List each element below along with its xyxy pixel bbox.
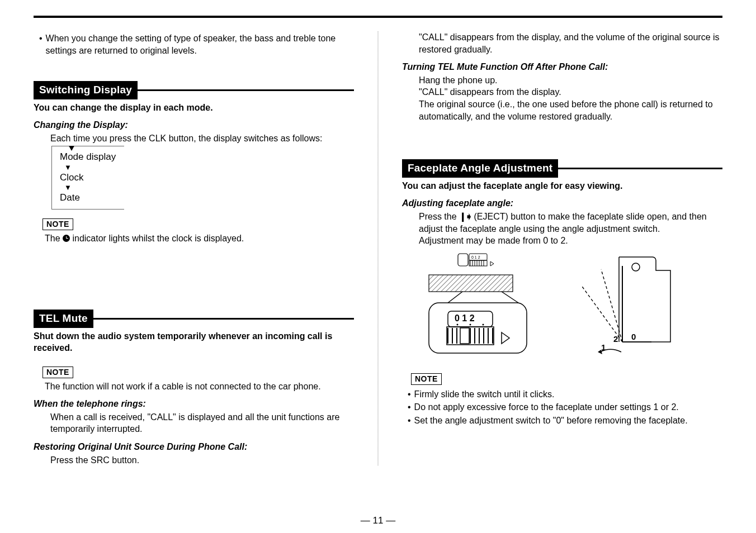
header-rule [558,168,722,169]
adjusting-sub: Adjusting faceplate angle: [402,197,722,210]
flow-mode: Mode display [60,151,124,164]
tel-restore-body: Press the SRC button. [50,454,354,467]
faceplate-diagrams: 0 1 2 [419,253,722,359]
faceplate-lead: You can adjust the faceplate angle for e… [402,180,722,192]
tel-mute-header: TEL Mute [34,310,354,328]
speaker-note-bullet: • When you change the setting of type of… [34,32,354,56]
switching-display-header: Switching Display [34,81,354,99]
switch-diagram: 0 1 2 [419,253,536,359]
column-divider [377,31,379,466]
svg-point-19 [470,323,471,325]
clock-icon [63,235,70,242]
bullet-icon: • [408,401,411,413]
svg-point-18 [457,323,459,325]
top-rule [34,16,722,18]
tel-ring-sub: When the telephone rings: [34,398,354,410]
turnoff-body2: "CALL" disappears from the display. [419,86,722,98]
svg-rect-33 [460,328,469,344]
columns: • When you change the setting of type of… [34,31,722,466]
svg-point-20 [483,323,484,325]
faceplate-note-3: • Set the angle adjustment switch to "0"… [402,415,722,427]
flow-clock: Clock [60,172,124,184]
bullet-icon: • [39,32,42,56]
tel-note-body: The function will not work if a cable is… [45,380,354,393]
svg-rect-15 [429,303,527,353]
svg-line-13 [448,292,462,303]
note-text: Set the angle adjustment switch to "0" b… [414,415,688,427]
turnoff-body1: Hang the phone up. [419,74,722,87]
faceplate-note-2: • Do not apply excessive force to the fa… [402,401,722,413]
faceplate-title: Faceplate Angle Adjustment [402,159,558,178]
svg-text:0: 0 [631,332,636,341]
faceplate-header: Faceplate Angle Adjustment [402,159,722,178]
svg-text:0  1  2: 0 1 2 [455,313,475,323]
svg-text:0 1 2: 0 1 2 [471,255,480,259]
tilt-diagram: 0 2 1 [570,253,676,359]
note-label: NOTE [42,218,73,230]
page: • When you change the setting of type of… [0,0,756,533]
note-label: NOTE [411,373,442,385]
adjusting-body-2: Adjustment may be made from 0 to 2. [419,235,722,247]
svg-text:2: 2 [613,334,618,344]
note-text-a: The [45,234,63,243]
switching-display-title: Switching Display [34,81,138,99]
note-text: Do not apply excessive force to the face… [414,401,679,413]
changing-display-sub: Changing the Display: [34,119,354,131]
tel-lead: Shut down the audio system temporarily w… [34,330,354,354]
flow-date: Date [60,192,124,204]
continuation-text: "CALL" disappears from the display, and … [419,31,722,55]
turnoff-body3: The original source (i.e., the one used … [419,98,722,122]
right-column: "CALL" disappears from the display, and … [402,31,722,466]
bullet-icon: • [408,388,411,401]
page-number: — 11 — [0,515,756,527]
tel-restore-sub: Restoring Original Unit Source During Ph… [34,441,354,453]
header-rule [138,89,354,91]
header-rule [93,318,354,320]
tel-mute-title: TEL Mute [34,310,93,328]
svg-rect-0 [458,254,468,266]
svg-rect-10 [469,260,487,266]
eject-icon: ❙➧ [459,212,471,221]
adj-body-a: Press the [419,212,459,221]
changing-display-body: Each time you press the CLK button, the … [50,132,354,145]
note-text: Firmly slide the switch until it clicks. [414,388,555,401]
svg-line-14 [502,292,518,303]
bullet-icon: • [408,415,411,427]
arrow-down-icon: ▼ [64,185,124,191]
svg-point-34 [632,263,640,271]
clock-indicator-note: The indicator lights whilst the clock is… [45,232,354,245]
adjusting-body: Press the ❙➧ (EJECT) button to make the … [419,211,722,235]
left-column: • When you change the setting of type of… [34,31,354,466]
faceplate-note-1: • Firmly slide the switch until it click… [402,388,722,401]
display-flow-diagram: Mode display ▼ Clock ▼ Date [51,146,124,210]
tel-ring-body: When a call is received, "CALL" is displ… [50,411,354,435]
note-text-b: indicator lights whilst the clock is dis… [70,234,244,243]
speaker-note-text: When you change the setting of type of s… [46,32,354,56]
svg-rect-12 [429,275,513,292]
turnoff-sub: Turning TEL Mute Function Off After Phon… [402,61,722,73]
switching-lead: You can change the display in each mode. [34,102,354,114]
note-label: NOTE [42,367,73,378]
arrow-down-icon: ▼ [64,165,124,170]
